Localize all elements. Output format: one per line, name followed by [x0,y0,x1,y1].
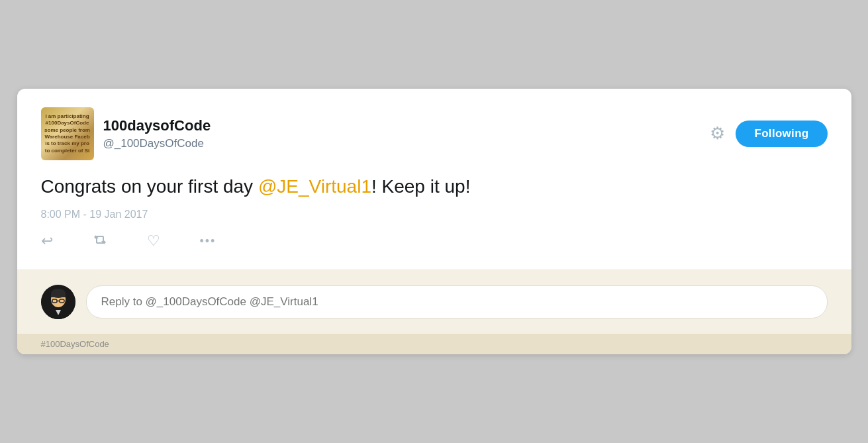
bottom-bar: #100DaysOfCode [17,334,851,354]
retweet-icon[interactable] [93,232,107,250]
reply-avatar [41,285,75,319]
gear-icon[interactable]: ⚙ [710,123,725,144]
tweet-reply-area [17,270,851,334]
tweet-header-right: ⚙ Following [710,121,827,147]
account-name: 100daysofCode [103,117,211,134]
tweet-actions: ↩ ♡ ••• [41,232,828,254]
tweet-text-after: ! Keep it up! [371,176,470,197]
svg-rect-3 [51,293,66,297]
tweet-main: I am participating #100DaysOfCode some p… [17,89,851,270]
account-info: 100daysofCode @_100DaysOfCode [103,117,211,150]
reply-input[interactable] [86,285,828,319]
tweet-text: Congrats on your first day @JE_Virtual1!… [41,173,828,199]
following-button[interactable]: Following [736,121,827,147]
tweet-timestamp: 8:00 PM - 19 Jan 2017 [41,209,828,221]
avatar-image: I am participating #100DaysOfCode some p… [41,107,94,160]
account-handle: @_100DaysOfCode [103,137,211,150]
avatar: I am participating #100DaysOfCode some p… [41,107,94,160]
like-icon[interactable]: ♡ [147,232,160,250]
tweet-header-left: I am participating #100DaysOfCode some p… [41,107,211,160]
tweet-body: Congrats on your first day @JE_Virtual1!… [41,173,828,199]
tweet-card: I am participating #100DaysOfCode some p… [17,89,851,354]
hashtag-label: #100DaysOfCode [41,339,109,349]
reply-icon[interactable]: ↩ [41,232,53,250]
tweet-mention[interactable]: @JE_Virtual1 [258,176,371,197]
tweet-header: I am participating #100DaysOfCode some p… [41,107,828,160]
more-icon[interactable]: ••• [200,234,217,248]
tweet-text-before: Congrats on your first day [41,176,258,197]
